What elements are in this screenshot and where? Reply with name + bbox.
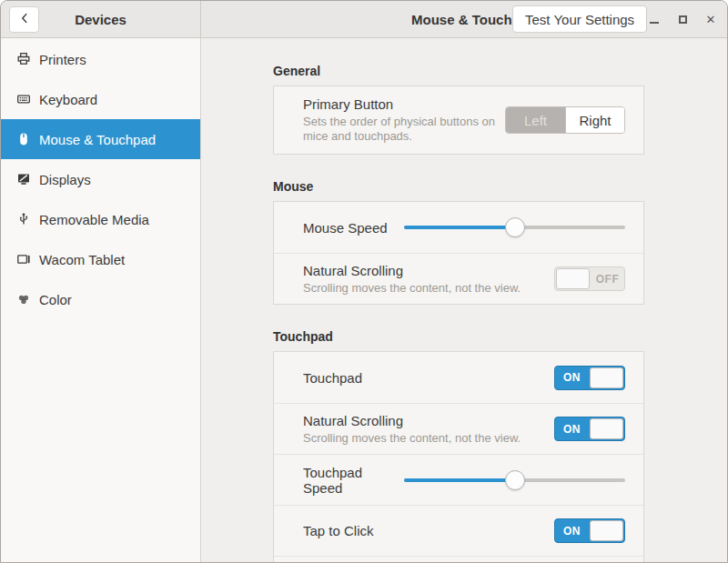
setting-label: Primary Button [303, 96, 496, 112]
setting-row-natural-scrolling: Natural ScrollingScrolling moves the con… [274, 253, 643, 304]
window-section-title: Devices [75, 12, 126, 27]
header-bar: Devices Mouse & Touchpad Test Your Setti… [1, 1, 727, 38]
toggle-state-label: OFF [591, 267, 624, 290]
toggle-handle[interactable] [590, 367, 623, 388]
mouse-icon [16, 132, 31, 146]
settings-section-touchpad: TouchpadTouchpadONNatural ScrollingScrol… [273, 329, 727, 562]
display-icon [16, 172, 31, 186]
segment-option-left[interactable]: Left [506, 107, 565, 133]
setting-row-touchpad: TouchpadON [274, 352, 643, 403]
settings-section-general: GeneralPrimary ButtonSets the order of p… [273, 64, 727, 155]
toggle-handle[interactable] [556, 268, 590, 289]
back-button[interactable] [9, 6, 39, 33]
sidebar-item-label: Keyboard [39, 92, 97, 107]
sidebar: PrintersKeyboardMouse & TouchpadDisplays… [1, 38, 201, 562]
segment-option-right[interactable]: Right [565, 107, 624, 133]
sidebar-item-wacom-tablet[interactable]: Wacom Tablet [1, 239, 200, 279]
sidebar-item-label: Wacom Tablet [39, 252, 125, 267]
toggle-handle[interactable] [590, 520, 623, 541]
toggle-handle[interactable] [590, 418, 623, 439]
settings-card: Mouse SpeedNatural ScrollingScrolling mo… [273, 201, 644, 305]
setting-description: Scrolling moves the content, not the vie… [303, 431, 545, 446]
printer-icon [16, 52, 31, 66]
natural-scrolling-toggle[interactable]: OFF [554, 266, 625, 291]
sidebar-item-color[interactable]: Color [1, 279, 200, 319]
setting-label: Tap to Click [303, 523, 545, 538]
minimize-icon [650, 22, 659, 24]
slider-fill [404, 226, 515, 229]
toggle-state-label: ON [555, 367, 589, 389]
settings-section-mouse: MouseMouse SpeedNatural ScrollingScrolli… [273, 179, 727, 305]
mouse-speed-slider[interactable] [404, 216, 625, 238]
touchpad-toggle[interactable]: ON [554, 366, 625, 390]
clipped-row [274, 556, 643, 562]
sidebar-item-displays[interactable]: Displays [1, 159, 200, 199]
setting-label: Touchpad Speed [303, 465, 395, 496]
window-controls: ✕ [645, 1, 720, 38]
setting-row-primary-button: Primary ButtonSets the order of physical… [274, 86, 643, 154]
setting-row-tap-to-click: Tap to ClickON [274, 505, 643, 556]
setting-row-touchpad-speed: Touchpad Speed [274, 454, 643, 505]
minimize-button[interactable] [645, 11, 663, 29]
setting-label-block: Natural ScrollingScrolling moves the con… [303, 413, 554, 446]
settings-card: TouchpadONNatural ScrollingScrolling mov… [273, 351, 644, 562]
natural-scrolling-toggle[interactable]: ON [554, 417, 625, 441]
close-button[interactable]: ✕ [702, 11, 720, 29]
setting-label-block: Tap to Click [303, 523, 554, 538]
sidebar-item-printers[interactable]: Printers [1, 39, 200, 79]
setting-label-block: Mouse Speed [303, 220, 404, 236]
tap-to-click-toggle[interactable]: ON [554, 518, 625, 543]
slider-thumb[interactable] [505, 470, 525, 490]
sidebar-item-mouse-touchpad[interactable]: Mouse & Touchpad [1, 119, 200, 159]
sidebar-item-label: Color [39, 292, 72, 307]
keyboard-icon [16, 92, 31, 106]
removable-media-icon [16, 212, 31, 226]
toggle-state-label: ON [555, 417, 589, 440]
sidebar-item-keyboard[interactable]: Keyboard [1, 79, 200, 119]
setting-label: Touchpad [303, 370, 545, 386]
setting-label-block: Touchpad [303, 370, 554, 386]
setting-label: Natural Scrolling [303, 413, 545, 428]
settings-window: Devices Mouse & Touchpad Test Your Setti… [0, 0, 728, 563]
app-body: PrintersKeyboardMouse & TouchpadDisplays… [1, 38, 727, 562]
wacom-tablet-icon [16, 252, 31, 266]
settings-card: Primary ButtonSets the order of physical… [273, 85, 644, 155]
setting-label: Mouse Speed [303, 220, 395, 236]
sidebar-item-label: Displays [39, 172, 91, 187]
setting-row-mouse-speed: Mouse Speed [274, 202, 643, 253]
setting-label: Natural Scrolling [303, 263, 545, 278]
setting-description: Sets the order of physical buttons on mi… [303, 115, 496, 144]
slider-thumb[interactable] [505, 217, 525, 237]
maximize-icon [679, 15, 687, 24]
sidebar-item-removable-media[interactable]: Removable Media [1, 199, 200, 239]
setting-row-natural-scrolling: Natural ScrollingScrolling moves the con… [274, 403, 643, 454]
sidebar-item-label: Removable Media [39, 212, 149, 227]
maximize-button[interactable] [673, 11, 692, 29]
chevron-left-icon [18, 12, 31, 28]
header-main-section: Mouse & Touchpad Test Your Settings ✕ [201, 1, 727, 37]
settings-content: GeneralPrimary ButtonSets the order of p… [201, 38, 727, 562]
setting-label-block: Touchpad Speed [303, 465, 404, 496]
slider-fill [404, 478, 515, 482]
section-heading: General [273, 64, 727, 78]
header-sidebar-section: Devices [1, 1, 201, 37]
sidebar-item-label: Printers [39, 52, 86, 67]
setting-label-block: Natural ScrollingScrolling moves the con… [303, 263, 554, 296]
color-icon [16, 292, 31, 307]
close-icon: ✕ [706, 14, 716, 25]
section-heading: Touchpad [273, 329, 727, 344]
sidebar-item-label: Mouse & Touchpad [39, 132, 156, 147]
setting-label-block: Primary ButtonSets the order of physical… [303, 96, 505, 144]
primary-button-segmented: LeftRight [505, 106, 625, 134]
setting-description: Scrolling moves the content, not the vie… [303, 281, 545, 296]
touchpad-speed-slider[interactable] [404, 469, 625, 491]
section-heading: Mouse [273, 179, 727, 194]
test-your-settings-button[interactable]: Test Your Settings [512, 5, 647, 33]
toggle-state-label: ON [555, 519, 589, 542]
